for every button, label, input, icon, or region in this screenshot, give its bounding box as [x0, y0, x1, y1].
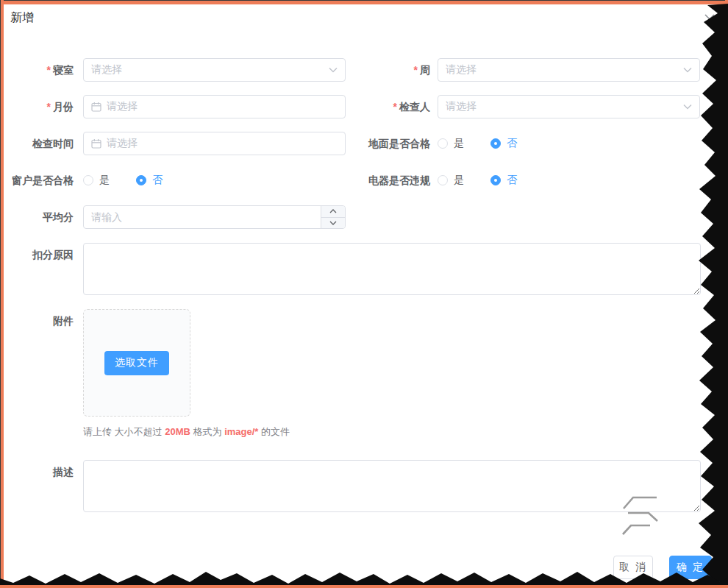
appliance-violation-radio-group: 是 否 — [438, 169, 700, 192]
appliance-violation-radio-yes[interactable]: 是 — [438, 174, 464, 187]
dorm-label: *寝室 — [0, 58, 74, 82]
calendar-icon — [91, 138, 101, 149]
chevron-down-icon — [683, 104, 692, 110]
avg-score-label: 平均分 — [0, 205, 74, 229]
chevron-down-icon — [683, 67, 692, 73]
frame-top — [0, 1, 728, 4]
stepper-down-button[interactable] — [321, 218, 345, 229]
inspector-select[interactable]: 请选择 — [438, 95, 700, 118]
week-label: *周 — [351, 58, 430, 82]
required-marker: * — [47, 101, 51, 113]
appliance-violation-label: 电器是否违规 — [351, 169, 430, 192]
dorm-select[interactable]: 请选择 — [83, 58, 346, 82]
avg-score-input[interactable] — [84, 206, 321, 228]
window-ok-radio-yes[interactable]: 是 — [83, 174, 110, 187]
dorm-placeholder: 请选择 — [91, 63, 329, 77]
upload-tip: 请上传 大小不超过 20MB 格式为 image/* 的文件 — [83, 425, 290, 439]
window-ok-label: 窗户是否合格 — [0, 169, 74, 192]
month-placeholder: 请选择 — [107, 100, 338, 113]
floor-ok-radio-yes[interactable]: 是 — [438, 137, 464, 150]
description-textarea[interactable] — [83, 460, 701, 512]
dialog-title: 新增 — [10, 10, 34, 26]
required-marker: * — [414, 64, 418, 76]
radio-icon — [490, 138, 501, 149]
stepper-up-button[interactable] — [321, 206, 345, 218]
radio-icon — [438, 138, 448, 149]
avg-score-stepper — [321, 206, 345, 228]
chevron-down-icon — [329, 67, 338, 73]
floor-ok-radio-no[interactable]: 否 — [490, 137, 517, 150]
frame-bottom — [0, 585, 728, 588]
confirm-button[interactable]: 确 定 — [669, 556, 712, 579]
upload-format: image/* — [224, 426, 258, 437]
check-time-label: 检查时间 — [0, 132, 74, 155]
appliance-violation-radio-no[interactable]: 否 — [490, 174, 517, 187]
upload-size-limit: 20MB — [165, 426, 190, 437]
check-time-datepicker[interactable]: 请选择 — [83, 132, 346, 155]
radio-icon — [136, 175, 146, 185]
week-select[interactable]: 请选择 — [438, 58, 700, 82]
radio-icon — [490, 175, 501, 185]
attachment-dropzone[interactable]: 选取文件 — [83, 309, 190, 417]
month-label: *月份 — [0, 95, 74, 118]
inspector-label: *检查人 — [351, 95, 430, 118]
radio-icon — [438, 175, 448, 185]
floor-ok-label: 地面是否合格 — [351, 132, 430, 155]
week-placeholder: 请选择 — [446, 63, 683, 77]
window-ok-radio-no[interactable]: 否 — [136, 174, 163, 187]
required-marker: * — [393, 101, 397, 113]
required-marker: * — [47, 64, 51, 76]
close-icon[interactable] — [703, 13, 716, 26]
month-datepicker[interactable]: 请选择 — [83, 95, 346, 118]
select-file-button[interactable]: 选取文件 — [104, 351, 169, 375]
radio-icon — [83, 175, 93, 185]
add-dialog: 新增 *寝室 请选择 *周 请选择 *月份 请选择 *检查人 请选择 — [0, 0, 728, 588]
window-ok-radio-group: 是 否 — [83, 169, 346, 192]
avg-score-field — [83, 205, 346, 229]
cancel-button[interactable]: 取 消 — [613, 556, 653, 579]
inspector-placeholder: 请选择 — [446, 100, 683, 113]
calendar-icon — [91, 102, 101, 112]
frame-left — [1, 0, 4, 588]
deduction-reason-textarea[interactable] — [83, 243, 701, 295]
description-label: 描述 — [0, 460, 74, 483]
deduction-reason-label: 扣分原因 — [0, 243, 74, 266]
attachment-label: 附件 — [0, 309, 74, 333]
frame-right — [725, 0, 728, 588]
check-time-placeholder: 请选择 — [107, 137, 338, 150]
floor-ok-radio-group: 是 否 — [438, 132, 700, 155]
